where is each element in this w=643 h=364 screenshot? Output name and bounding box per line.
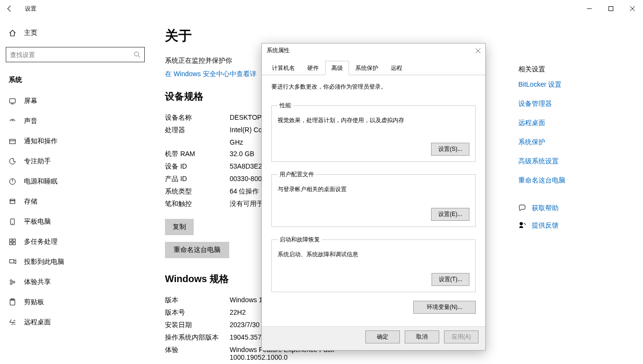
related-link-3[interactable]: 系统保护 [518, 138, 633, 147]
dialog-tab-1[interactable]: 硬件 [301, 61, 325, 75]
search-input-wrap[interactable] [6, 47, 145, 62]
user-profile-settings-button[interactable]: 设置(E)... [431, 208, 469, 221]
spec-value: 32.0 GB [230, 150, 254, 159]
nav-label: 投影到此电脑 [24, 258, 64, 266]
svg-point-4 [134, 52, 139, 56]
svg-rect-20 [10, 260, 14, 263]
winspec-key: 版本 [165, 296, 230, 305]
nav-icon [8, 278, 17, 286]
dialog-title: 系统属性 [267, 46, 290, 55]
nav-label: 屏幕 [24, 97, 37, 105]
related-settings-panel: 相关设置 BitLocker 设置设备管理器远程桌面系统保护高级系统设置重命名这… [518, 17, 643, 364]
dialog-tabs: 计算机名硬件高级系统保护远程 [262, 60, 485, 75]
sidebar-item-8[interactable]: 投影到此电脑 [0, 252, 153, 272]
svg-rect-12 [10, 201, 15, 204]
back-button[interactable] [0, 0, 19, 17]
spec-value: 没有可用于 [230, 200, 263, 208]
svg-point-22 [13, 281, 15, 283]
sidebar-item-5[interactable]: 存储 [0, 192, 153, 212]
nav-label: 体验共享 [24, 278, 51, 286]
winspec-value: Windows 1 [230, 296, 262, 305]
winspec-value: 22H2 [230, 308, 246, 317]
winspec-value: 19045.3570 [230, 333, 265, 342]
related-link-1[interactable]: 设备管理器 [518, 100, 633, 108]
dialog-close-button[interactable] [476, 48, 480, 53]
environment-variables-button[interactable]: 环境变量(N)... [413, 301, 476, 314]
related-settings-heading: 相关设置 [518, 65, 633, 74]
performance-legend: 性能 [278, 102, 293, 110]
svg-point-21 [10, 280, 12, 282]
dialog-tab-0[interactable]: 计算机名 [266, 61, 301, 75]
nav-icon [8, 238, 17, 246]
svg-rect-19 [13, 242, 15, 245]
nav-label: 剪贴板 [24, 298, 44, 307]
nav-icon [8, 318, 17, 326]
close-button[interactable] [621, 1, 643, 16]
svg-line-24 [12, 281, 13, 282]
cancel-button[interactable]: 取消 [405, 330, 439, 343]
nav-label: 专注助手 [24, 157, 51, 166]
related-link-5[interactable]: 重命名这台电脑 [518, 176, 633, 185]
winspec-key: 安装日期 [165, 321, 230, 330]
nav-icon [8, 298, 17, 306]
admin-note: 要进行大多数更改，你必须作为管理员登录。 [271, 83, 476, 91]
get-help-link[interactable]: 获取帮助 [518, 204, 633, 213]
startup-recovery-settings-button[interactable]: 设置(T)... [432, 273, 469, 286]
svg-point-23 [10, 283, 12, 284]
sidebar-item-7[interactable]: 多任务处理 [0, 232, 153, 252]
related-link-4[interactable]: 高级系统设置 [518, 157, 633, 166]
startup-recovery-group: 启动和故障恢复 系统启动、系统故障和调试信息 设置(T)... [271, 236, 476, 292]
nav-label: 存储 [24, 197, 37, 206]
system-properties-dialog: 系统属性 计算机名硬件高级系统保护远程 要进行大多数更改，你必须作为管理员登录。… [261, 43, 486, 351]
svg-rect-13 [10, 199, 15, 201]
sidebar-home[interactable]: 主页 [0, 24, 153, 42]
related-link-0[interactable]: BitLocker 设置 [518, 80, 633, 89]
search-icon [134, 51, 140, 58]
sidebar-section-title: 系统 [0, 72, 153, 91]
related-link-2[interactable]: 远程桌面 [518, 119, 633, 127]
spec-value: 64 位操作 [230, 187, 259, 196]
nav-label: 电源和睡眠 [24, 177, 58, 186]
sidebar-item-0[interactable]: 屏幕 [0, 91, 153, 111]
close-icon [630, 6, 635, 11]
get-help-label: 获取帮助 [532, 204, 559, 213]
sidebar-item-1[interactable]: 声音 [0, 111, 153, 131]
sidebar-item-11[interactable]: 远程桌面 [0, 312, 153, 332]
startup-recovery-desc: 系统启动、系统故障和调试信息 [278, 250, 469, 259]
user-profile-group: 用户配置文件 与登录帐户相关的桌面设置 设置(E)... [271, 171, 476, 227]
performance-settings-button[interactable]: 设置(S)... [431, 143, 469, 156]
winspec-value: 2023/7/30 [230, 321, 259, 330]
dialog-tab-2[interactable]: 高级 [325, 61, 349, 75]
feedback-link[interactable]: 提供反馈 [518, 221, 633, 230]
nav-icon [8, 218, 17, 226]
spec-value: 53A8D3E2 [230, 162, 262, 171]
user-profile-desc: 与登录帐户相关的桌面设置 [278, 185, 469, 193]
copy-button[interactable]: 复制 [165, 219, 194, 235]
page-title: 关于 [165, 27, 499, 45]
dialog-tab-4[interactable]: 远程 [385, 61, 409, 75]
settings-titlebar: 设置 [0, 0, 643, 17]
rename-pc-button[interactable]: 重命名这台电脑 [165, 242, 229, 258]
nav-icon [8, 117, 17, 125]
svg-point-15 [12, 223, 13, 224]
sidebar-item-3[interactable]: 专注助手 [0, 151, 153, 171]
sidebar-item-10[interactable]: 剪贴板 [0, 292, 153, 312]
sidebar-item-6[interactable]: 平板电脑 [0, 212, 153, 232]
ok-button[interactable]: 确定 [365, 330, 400, 343]
dialog-tab-3[interactable]: 系统保护 [349, 61, 385, 75]
spec-key: 笔和触控 [165, 200, 230, 208]
minimize-button[interactable] [578, 1, 600, 16]
sidebar-item-4[interactable]: 电源和睡眠 [0, 171, 153, 192]
spec-value: 00330-800 [230, 175, 262, 183]
sidebar-item-9[interactable]: 体验共享 [0, 272, 153, 292]
winspec-key: 版本号 [165, 308, 230, 317]
nav-icon [8, 97, 17, 105]
sidebar-item-2[interactable]: 通知和操作 [0, 131, 153, 151]
apply-button[interactable]: 应用(A) [444, 330, 479, 343]
svg-rect-18 [10, 242, 12, 245]
maximize-button[interactable] [600, 1, 621, 16]
nav-label: 远程桌面 [24, 318, 51, 327]
search-input[interactable] [10, 51, 134, 58]
spec-key: 处理器 [165, 126, 230, 135]
home-icon [8, 29, 17, 37]
